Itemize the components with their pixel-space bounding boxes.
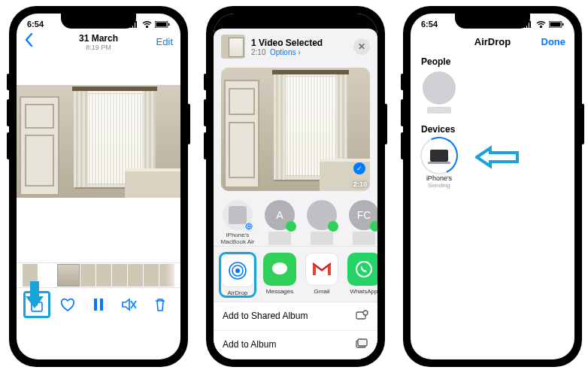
devices-section: Devices iPhone's Sending <box>411 121 574 196</box>
add-to-album[interactable]: Add to Album <box>214 331 377 359</box>
airdrop-icon <box>244 221 254 232</box>
nav-bar: 31 March 8:19 PM Edit <box>17 32 180 55</box>
messages-badge-icon <box>286 221 296 232</box>
duration-label: 2:10 <box>353 180 367 188</box>
annotation-arrow-icon <box>21 280 48 310</box>
messages-app[interactable]: Messages <box>262 253 298 297</box>
nav-title: 31 March 8:19 PM <box>79 33 118 51</box>
annotation-arrow-icon <box>475 142 520 172</box>
action-list: Add to Shared Album Add to Album <box>214 302 377 359</box>
messages-icon <box>263 253 296 286</box>
whatsapp-app[interactable]: WhatsApp <box>346 253 377 297</box>
people-header: People <box>421 56 564 67</box>
shared-album-icon <box>355 310 368 323</box>
svg-marker-8 <box>26 281 44 308</box>
svg-rect-38 <box>550 22 561 26</box>
share-sheet-header: 1 Video Selected 2:10 Options › ✕ <box>214 29 377 65</box>
gmail-icon <box>305 253 338 286</box>
phone-1: 6:54 31 March 8:19 PM Edit <box>9 6 188 367</box>
contact-item[interactable] <box>304 200 340 244</box>
wifi-icon <box>142 21 152 28</box>
status-time: 6:54 <box>27 20 44 29</box>
airdrop-icon <box>221 254 254 287</box>
svg-marker-40 <box>477 148 517 166</box>
contact-item[interactable]: A <box>262 200 298 244</box>
airdrop-nav: AirDrop Done <box>411 32 574 53</box>
people-section: People <box>411 53 574 121</box>
share-apps-row[interactable]: AirDrop Messages Gmail <box>214 246 377 302</box>
svg-rect-5 <box>156 22 167 26</box>
options-link[interactable]: Options › <box>270 48 301 56</box>
svg-rect-6 <box>168 23 170 26</box>
pause-button[interactable] <box>85 291 112 318</box>
svg-rect-3 <box>135 21 137 28</box>
selection-label: 1 Video Selected <box>251 38 347 48</box>
laptop-icon <box>430 150 448 162</box>
edit-button[interactable]: Edit <box>156 36 173 47</box>
wifi-icon <box>536 21 546 28</box>
whatsapp-icon <box>347 253 377 286</box>
device-item[interactable]: iPhone's Sending <box>421 139 457 189</box>
svg-rect-11 <box>100 299 103 311</box>
airdrop-contacts-row[interactable]: iPhone's MacBook Air A FC L <box>214 197 377 246</box>
header-thumbnail <box>221 35 245 59</box>
close-button[interactable]: ✕ <box>353 38 370 55</box>
status-time: 6:54 <box>421 20 438 29</box>
messages-badge-icon <box>370 221 377 232</box>
devices-header: Devices <box>421 124 564 135</box>
mute-button[interactable] <box>116 291 143 318</box>
svg-point-21 <box>248 225 250 227</box>
svg-point-30 <box>363 311 368 315</box>
current-thumbnail[interactable] <box>57 264 80 287</box>
svg-rect-10 <box>94 299 97 311</box>
svg-point-24 <box>235 268 240 273</box>
airdrop-app[interactable]: AirDrop <box>220 253 256 297</box>
battery-icon <box>549 21 564 28</box>
messages-badge-icon <box>328 221 338 232</box>
delete-button[interactable] <box>147 291 174 318</box>
selected-check-icon: ✓ <box>353 162 365 174</box>
gmail-app[interactable]: Gmail <box>304 253 340 297</box>
photo-viewer[interactable] <box>17 55 180 228</box>
airdrop-target-device[interactable]: iPhone's MacBook Air <box>220 200 256 244</box>
done-button[interactable]: Done <box>541 36 566 47</box>
share-sheet: 1 Video Selected 2:10 Options › ✕ ✓ 2:10 <box>214 29 377 359</box>
phone-2: 6:54 1 Video Selected 2:10 Op <box>206 6 385 367</box>
svg-point-28 <box>356 262 371 277</box>
album-icon <box>355 338 368 351</box>
battery-icon <box>155 21 170 28</box>
person-item[interactable] <box>421 71 457 114</box>
back-button[interactable] <box>24 33 33 50</box>
svg-rect-32 <box>358 339 367 346</box>
video-preview[interactable]: ✓ 2:10 <box>221 68 370 191</box>
phone-3: 6:54 AirDrop Done People <box>403 6 582 367</box>
page-title: AirDrop <box>474 36 511 47</box>
favorite-button[interactable] <box>54 291 81 318</box>
add-to-shared-album[interactable]: Add to Shared Album <box>214 302 377 331</box>
svg-rect-36 <box>529 21 531 28</box>
contact-item[interactable]: FC <box>346 200 377 244</box>
svg-rect-39 <box>562 23 564 26</box>
